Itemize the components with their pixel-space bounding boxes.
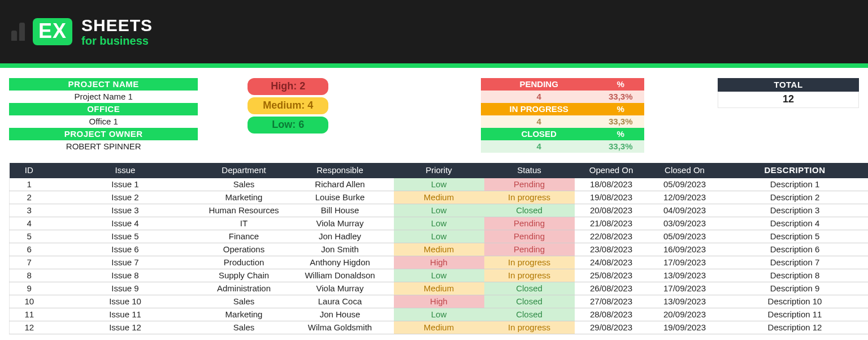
cell-issue[interactable]: Issue 10 [49,295,202,308]
cell-description[interactable]: Description 2 [722,191,869,204]
cell-opened-on[interactable]: 20/08/2023 [575,204,648,217]
cell-responsible[interactable]: Jon House [287,308,394,321]
cell-closed-on[interactable]: 17/09/2023 [648,256,722,269]
cell-status[interactable]: In progress [484,191,575,204]
cell-id[interactable]: 5 [10,230,49,243]
cell-responsible[interactable]: Jon Hadley [287,230,394,243]
cell-issue[interactable]: Issue 3 [49,204,202,217]
cell-status[interactable]: Pending [484,178,575,191]
col-department[interactable]: Department [202,163,287,178]
cell-department[interactable]: Sales [202,295,287,308]
cell-description[interactable]: Description 3 [722,204,869,217]
cell-status[interactable]: Pending [484,217,575,230]
cell-description[interactable]: Description 6 [722,243,869,256]
cell-responsible[interactable]: Laura Coca [287,295,394,308]
cell-opened-on[interactable]: 26/08/2023 [575,282,648,295]
cell-issue[interactable]: Issue 8 [49,269,202,282]
cell-responsible[interactable]: Viola Murray [287,217,394,230]
cell-issue[interactable]: Issue 2 [49,191,202,204]
cell-priority[interactable]: Medium [394,191,484,204]
cell-issue[interactable]: Issue 12 [49,321,202,334]
cell-issue[interactable]: Issue 11 [49,308,202,321]
cell-department[interactable]: Marketing [202,308,287,321]
cell-priority[interactable]: Low [394,217,484,230]
cell-description[interactable]: Description 7 [722,256,869,269]
cell-status[interactable]: In progress [484,321,575,334]
cell-responsible[interactable]: Bill House [287,204,394,217]
col-issue[interactable]: Issue [49,163,202,178]
cell-issue[interactable]: Issue 9 [49,282,202,295]
cell-opened-on[interactable]: 22/08/2023 [575,230,648,243]
table-row[interactable]: 2Issue 2MarketingLouise BurkeMediumIn pr… [10,191,869,204]
cell-closed-on[interactable]: 13/09/2023 [648,269,722,282]
cell-description[interactable]: Description 11 [722,308,869,321]
cell-department[interactable]: Administration [202,282,287,295]
cell-priority[interactable]: Medium [394,321,484,334]
office-value[interactable]: Office 1 [9,115,198,128]
cell-description[interactable]: Description 5 [722,230,869,243]
cell-id[interactable]: 2 [10,191,49,204]
cell-department[interactable]: Production [202,256,287,269]
cell-opened-on[interactable]: 29/08/2023 [575,321,648,334]
cell-opened-on[interactable]: 18/08/2023 [575,178,648,191]
cell-id[interactable]: 10 [10,295,49,308]
cell-department[interactable]: Human Resources [202,204,287,217]
cell-status[interactable]: Pending [484,230,575,243]
cell-opened-on[interactable]: 21/08/2023 [575,217,648,230]
cell-id[interactable]: 1 [10,178,49,191]
cell-issue[interactable]: Issue 4 [49,217,202,230]
cell-responsible[interactable]: William Donaldson [287,269,394,282]
cell-department[interactable]: Supply Chain [202,269,287,282]
table-row[interactable]: 10Issue 10SalesLaura CocaHighClosed27/08… [10,295,869,308]
cell-closed-on[interactable]: 03/09/2023 [648,217,722,230]
cell-id[interactable]: 9 [10,282,49,295]
cell-status[interactable]: Closed [484,295,575,308]
cell-status[interactable]: Closed [484,204,575,217]
cell-department[interactable]: Operations [202,243,287,256]
cell-opened-on[interactable]: 24/08/2023 [575,256,648,269]
cell-issue[interactable]: Issue 5 [49,230,202,243]
cell-description[interactable]: Description 10 [722,295,869,308]
table-row[interactable]: 4Issue 4ITViola MurrayLowPending21/08/20… [10,217,869,230]
cell-issue[interactable]: Issue 6 [49,243,202,256]
cell-closed-on[interactable]: 16/09/2023 [648,243,722,256]
cell-closed-on[interactable]: 20/09/2023 [648,308,722,321]
cell-id[interactable]: 3 [10,204,49,217]
col-responsible[interactable]: Responsible [287,163,394,178]
table-row[interactable]: 7Issue 7ProductionAnthony HigdonHighIn p… [10,256,869,269]
table-row[interactable]: 12Issue 12SalesWilma GoldsmithMediumIn p… [10,321,869,334]
cell-closed-on[interactable]: 19/09/2023 [648,321,722,334]
cell-description[interactable]: Description 12 [722,321,869,334]
cell-opened-on[interactable]: 25/08/2023 [575,269,648,282]
table-row[interactable]: 11Issue 11MarketingJon HouseLowClosed28/… [10,308,869,321]
cell-priority[interactable]: Low [394,204,484,217]
cell-description[interactable]: Description 4 [722,217,869,230]
cell-description[interactable]: Description 8 [722,269,869,282]
cell-id[interactable]: 4 [10,217,49,230]
cell-responsible[interactable]: Wilma Goldsmith [287,321,394,334]
table-row[interactable]: 8Issue 8Supply ChainWilliam DonaldsonLow… [10,269,869,282]
cell-priority[interactable]: Low [394,308,484,321]
cell-issue[interactable]: Issue 1 [49,178,202,191]
cell-id[interactable]: 8 [10,269,49,282]
cell-priority[interactable]: High [394,256,484,269]
col-id[interactable]: ID [10,163,49,178]
cell-responsible[interactable]: Richard Allen [287,178,394,191]
project-owner-value[interactable]: ROBERT SPINNER [9,140,198,153]
cell-opened-on[interactable]: 28/08/2023 [575,308,648,321]
cell-priority[interactable]: High [394,295,484,308]
cell-closed-on[interactable]: 17/09/2023 [648,282,722,295]
table-row[interactable]: 3Issue 3Human ResourcesBill HouseLowClos… [10,204,869,217]
cell-opened-on[interactable]: 23/08/2023 [575,243,648,256]
col-status[interactable]: Status [484,163,575,178]
cell-responsible[interactable]: Louise Burke [287,191,394,204]
cell-closed-on[interactable]: 13/09/2023 [648,295,722,308]
cell-department[interactable]: Finance [202,230,287,243]
cell-department[interactable]: Marketing [202,191,287,204]
cell-opened-on[interactable]: 27/08/2023 [575,295,648,308]
cell-status[interactable]: Pending [484,243,575,256]
cell-status[interactable]: Closed [484,282,575,295]
cell-responsible[interactable]: Anthony Higdon [287,256,394,269]
cell-department[interactable]: Sales [202,178,287,191]
cell-description[interactable]: Description 1 [722,178,869,191]
